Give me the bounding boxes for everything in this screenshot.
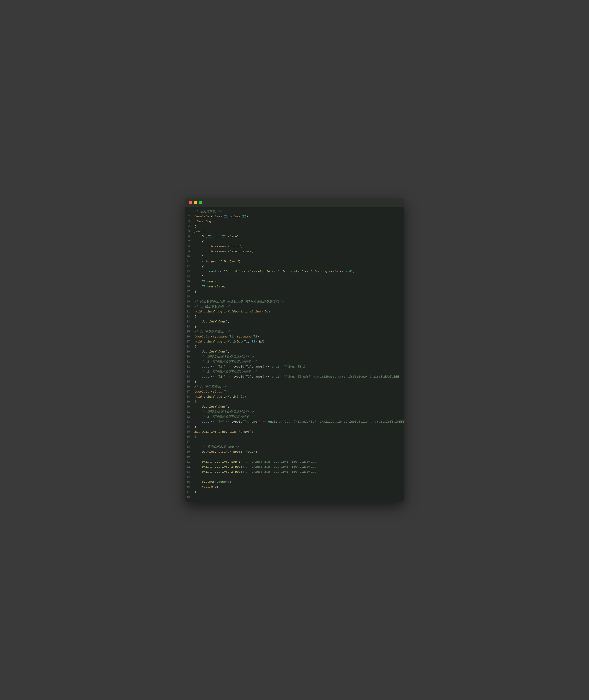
line-12: 12 { [185, 264, 404, 269]
line-56: 56 return 0; [185, 484, 404, 489]
line-58: 58 [185, 495, 404, 500]
line-48: 48 /* 实例化的对象 dog */ [185, 444, 404, 449]
line-34: 34 cout << "T2=" << typeid(T2).name() <<… [185, 374, 404, 379]
line-15: 15 T1 dog_id; [185, 279, 404, 284]
line-47: 47 [185, 439, 404, 444]
line-40: 40 d.printf_Dog(); [185, 404, 404, 409]
line-33: 33 /* 2、打印编译器识别到T2的类型 */ [185, 369, 404, 374]
line-52: 52 printf_dog_info_1(dog); // printf log… [185, 464, 404, 469]
line-57: 57 } [185, 489, 404, 495]
line-16: 16 T2 dog_state; [185, 284, 404, 289]
line-42: 42 /* 1、打印编译器识别到T的类型 */ [185, 414, 404, 419]
line-39: 39 { [185, 399, 404, 404]
line-4: 4 { [185, 224, 404, 229]
code-editor-window: 1 /* 定义类模板 */ 2 template <class T1, clas… [185, 198, 404, 502]
line-35: 35 } [185, 379, 404, 384]
line-6: 6 Dog(T1 id, T2 state) [185, 234, 404, 239]
line-14: 14 } [185, 274, 404, 279]
line-13: 13 cout << "Dog id=" << this->dog_id << … [185, 269, 404, 274]
line-55: 55 system("pause"); [185, 479, 404, 484]
maximize-button[interactable] [199, 201, 202, 204]
line-1: 1 /* 定义类模板 */ [185, 209, 404, 214]
line-2: 2 template <class T1, class T2> [185, 214, 404, 219]
line-19: 19 /* 类模板实例化对象 做函数入参 有3种向函数传参的方式 */ [185, 299, 404, 304]
line-45: 45 int main(int argc, char *argv[]) [185, 429, 404, 434]
line-54: 54 [185, 474, 404, 479]
line-50: 50 [185, 454, 404, 459]
line-23: 23 d.printf_Dog(); [185, 319, 404, 324]
line-3: 3 class Dog [185, 219, 404, 224]
line-20: 20 /* 1、指定参数类型 */ [185, 304, 404, 309]
line-17: 17 }; [185, 289, 404, 294]
line-24: 24 } [185, 324, 404, 329]
line-43: 43 cout << "T=" << typeid(T).name() << e… [185, 419, 404, 424]
line-21: 21 void printf_dog_info(Dog<int, string>… [185, 309, 404, 314]
line-53: 53 printf_dog_info_2(dog); // printf log… [185, 469, 404, 474]
line-44: 44 } [185, 424, 404, 429]
line-7: 7 { [185, 239, 404, 244]
titlebar [185, 198, 404, 207]
line-36: 36 /* 3、将类模板化 */ [185, 384, 404, 389]
line-8: 8 this->dog_id = id; [185, 244, 404, 249]
line-49: 49 Dog<int, string> dog(1, "eat"); [185, 449, 404, 454]
line-29: 29 d.printf_Dog(); [185, 349, 404, 354]
line-5: 5 public: [185, 229, 404, 234]
minimize-button[interactable] [194, 201, 197, 204]
line-10: 10 } [185, 254, 404, 259]
line-22: 22 { [185, 314, 404, 319]
line-46: 46 { [185, 434, 404, 439]
line-41: 41 /* 编译器根据入参自动识别类型 */ [185, 409, 404, 414]
line-28: 28 { [185, 344, 404, 349]
line-32: 32 cout << "T1=" << typeid(T1).name() <<… [185, 364, 404, 369]
code-area: 1 /* 定义类模板 */ 2 template <class T1, clas… [185, 207, 404, 502]
line-9: 9 this->dog_state = state; [185, 249, 404, 254]
line-31: 31 /* 1、打印编译器识别到T1的类型 */ [185, 359, 404, 364]
close-button[interactable] [189, 201, 192, 204]
line-11: 11 void printf_Dog(void) [185, 259, 404, 264]
line-26: 26 template <typename T1, typename T2> [185, 334, 404, 339]
line-37: 37 template <class T> [185, 389, 404, 394]
line-30: 30 /* 编译器根据入参自动识别类型 */ [185, 354, 404, 359]
line-27: 27 void printf_dog_info_1(Dog<T1, T2> &d… [185, 339, 404, 344]
line-25: 25 /* 2、将参数模板化 */ [185, 329, 404, 334]
line-51: 51 printf_dog_info(dog); // printf log: … [185, 459, 404, 464]
line-38: 38 void printf_dog_info_2(I &d) [185, 394, 404, 399]
line-18: 18 [185, 294, 404, 299]
